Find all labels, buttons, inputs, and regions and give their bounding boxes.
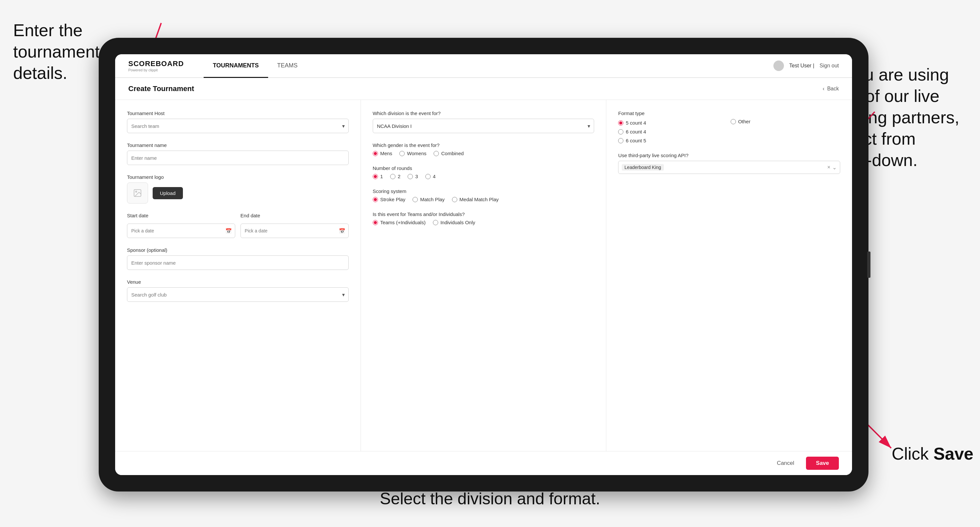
form-footer: Cancel Save: [115, 451, 852, 475]
tablet-screen: SCOREBOARD Powered by clippit TOURNAMENT…: [115, 54, 852, 475]
round-1[interactable]: 1: [373, 174, 383, 179]
host-input[interactable]: [127, 119, 349, 133]
top-nav: SCOREBOARD Powered by clippit TOURNAMENT…: [115, 54, 852, 78]
back-link[interactable]: ‹ Back: [823, 86, 839, 92]
scoring-stroke[interactable]: Stroke Play: [373, 197, 406, 202]
form-col-2: Which division is the event for? NCAA Di…: [361, 100, 607, 451]
team-label: Is this event for Teams and/or Individua…: [373, 211, 595, 217]
chevron-left-icon: ‹: [823, 86, 824, 91]
live-scoring-input[interactable]: Leaderboard King × ⌄: [618, 161, 840, 174]
division-group: Which division is the event for? NCAA Di…: [373, 111, 595, 133]
brand-subtitle: Powered by clippit: [128, 68, 184, 72]
form-col-1: Tournament Host Tournament name Tourname…: [115, 100, 361, 451]
host-label: Tournament Host: [127, 111, 349, 116]
page-header: Create Tournament ‹ Back: [115, 78, 852, 100]
nav-tab-teams[interactable]: TEAMS: [268, 54, 307, 78]
team-group: Is this event for Teams and/or Individua…: [373, 211, 595, 225]
logo-placeholder: [127, 183, 148, 203]
end-date-input[interactable]: [240, 224, 349, 238]
sponsor-group: Sponsor (optional): [127, 247, 349, 270]
nav-tabs: TOURNAMENTS TEAMS: [204, 54, 773, 77]
host-select-wrapper: [127, 119, 349, 133]
start-date-field: Start date 📅: [127, 213, 235, 238]
brand-title: SCOREBOARD: [128, 59, 184, 68]
sign-out-link[interactable]: Sign out: [819, 63, 839, 69]
start-date-input[interactable]: [127, 224, 235, 238]
scoring-match[interactable]: Match Play: [412, 197, 444, 202]
tournament-logo-group: Tournament logo Upload: [127, 174, 349, 203]
sponsor-label: Sponsor (optional): [127, 247, 349, 253]
tablet-frame: SCOREBOARD Powered by clippit TOURNAMENT…: [99, 38, 869, 492]
form-body: Tournament Host Tournament name Tourname…: [115, 100, 852, 451]
gender-label: Which gender is the event for?: [373, 142, 595, 148]
division-label: Which division is the event for?: [373, 111, 595, 116]
venue-group: Venue: [127, 279, 349, 302]
logo-section: Upload: [127, 183, 349, 203]
live-scoring-label: Use third-party live scoring API?: [618, 152, 840, 158]
start-date-label: Start date: [127, 213, 235, 218]
tablet-side-button: [867, 251, 870, 278]
scoring-label: Scoring system: [373, 188, 595, 194]
round-2[interactable]: 2: [390, 174, 400, 179]
team-individuals[interactable]: Individuals Only: [433, 220, 476, 225]
format-6count5[interactable]: 6 count 5: [618, 138, 728, 143]
end-date-wrap: 📅: [240, 224, 349, 238]
division-select-wrapper: NCAA Division I: [373, 119, 595, 133]
cancel-button[interactable]: Cancel: [770, 457, 801, 470]
brand: SCOREBOARD Powered by clippit: [128, 59, 184, 72]
tag-dropdown-icon[interactable]: ⌄: [832, 164, 837, 171]
end-date-field: End date 📅: [240, 213, 349, 238]
upload-button[interactable]: Upload: [153, 187, 183, 199]
avatar: [773, 60, 784, 71]
live-scoring-section: Use third-party live scoring API? Leader…: [618, 152, 840, 174]
name-input[interactable]: [127, 151, 349, 165]
start-date-wrap: 📅: [127, 224, 235, 238]
name-label: Tournament name: [127, 142, 349, 148]
format-type-group: Format type 5 count 4 6 count 4: [618, 111, 840, 143]
end-date-label: End date: [240, 213, 349, 218]
format-6count4[interactable]: 6 count 4: [618, 129, 728, 135]
sponsor-input[interactable]: [127, 256, 349, 270]
date-row: Start date 📅 End date 📅: [127, 213, 349, 238]
rounds-group: Number of rounds 1 2 3: [373, 165, 595, 179]
svg-point-6: [135, 191, 137, 192]
form-col-3: Format type 5 count 4 6 count 4: [606, 100, 852, 451]
venue-label: Venue: [127, 279, 349, 285]
scoring-medal-match[interactable]: Medal Match Play: [452, 197, 499, 202]
round-4[interactable]: 4: [425, 174, 436, 179]
gender-mens[interactable]: Mens: [373, 151, 393, 156]
scoring-radio-group: Stroke Play Match Play Medal Match Play: [373, 197, 595, 202]
team-radio-group: Teams (+Individuals) Individuals Only: [373, 220, 595, 225]
gender-group: Which gender is the event for? Mens Wome…: [373, 142, 595, 156]
gender-womens[interactable]: Womens: [399, 151, 426, 156]
save-button[interactable]: Save: [806, 457, 839, 470]
tournament-name-group: Tournament name: [127, 142, 349, 165]
scoring-group: Scoring system Stroke Play Match Play: [373, 188, 595, 202]
annotation-topleft: Enter the tournament details.: [13, 20, 100, 84]
page-title: Create Tournament: [128, 84, 194, 93]
gender-radio-group: Mens Womens Combined: [373, 151, 595, 156]
round-3[interactable]: 3: [407, 174, 418, 179]
nav-tab-tournaments[interactable]: TOURNAMENTS: [204, 54, 268, 78]
format-type-label: Format type: [618, 111, 840, 116]
division-select[interactable]: NCAA Division I: [373, 119, 595, 133]
live-scoring-tag: Leaderboard King: [622, 164, 663, 171]
rounds-label: Number of rounds: [373, 165, 595, 171]
nav-right: Test User | Sign out: [773, 60, 839, 71]
gender-combined[interactable]: Combined: [434, 151, 463, 156]
logo-label: Tournament logo: [127, 174, 349, 180]
team-teams[interactable]: Teams (+Individuals): [373, 220, 426, 225]
tag-actions: × ⌄: [827, 164, 837, 171]
user-name: Test User |: [789, 63, 814, 69]
rounds-radio-group: 1 2 3 4: [373, 174, 595, 179]
format-type-list: 5 count 4 6 count 4 6 count 5: [618, 120, 728, 143]
tournament-host-group: Tournament Host: [127, 111, 349, 133]
format-other-col: Other: [731, 119, 840, 124]
format-type-options: 5 count 4 6 count 4 6 count 5: [618, 119, 840, 143]
venue-select-wrapper: [127, 287, 349, 302]
venue-input[interactable]: [127, 287, 349, 302]
tag-clear-icon[interactable]: ×: [827, 164, 830, 170]
annotation-bottomright: Click Save: [891, 422, 974, 465]
format-5count4[interactable]: 5 count 4: [618, 120, 728, 125]
format-other[interactable]: Other: [731, 119, 840, 124]
